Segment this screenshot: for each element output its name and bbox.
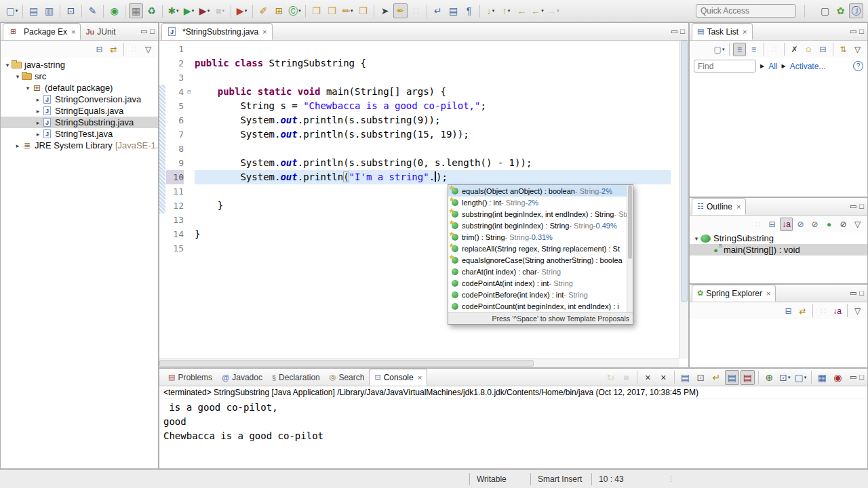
code-line-7[interactable]: 7 System.out.println(s.substring(15, 19)…: [159, 127, 671, 142]
save-all-icon[interactable]: ▥: [42, 3, 56, 18]
expand-arrow-icon[interactable]: ▸: [34, 108, 42, 115]
minimize-icon[interactable]: ▭: [671, 27, 677, 36]
open-dashboard-icon[interactable]: ⊡: [64, 3, 78, 18]
proposal-item[interactable]: ★equals(Object anObject) : boolean - Str…: [448, 185, 633, 197]
maximize-icon[interactable]: □: [859, 27, 864, 36]
synchronize-icon[interactable]: ⇅: [837, 43, 850, 56]
new-java-project-icon[interactable]: ✐: [256, 3, 271, 18]
collapse-arrow-icon[interactable]: ▾: [24, 85, 32, 92]
tab-package-explorer[interactable]: ⊞ Package Ex ×: [3, 23, 81, 40]
tab-javadoc[interactable]: @Javadoc: [217, 369, 267, 386]
remove-launch-icon[interactable]: ×: [641, 370, 655, 385]
tree-item-stringequals-java[interactable]: ▸JStringEquals.java: [1, 105, 158, 117]
scrollbar-thumb[interactable]: [681, 41, 688, 302]
tab-task-list[interactable]: ▤ Task List ×: [692, 23, 753, 40]
search-icon[interactable]: ✏▾: [340, 3, 355, 18]
tree-item-stringsubstring-java[interactable]: ▸JStringSubstring.java: [1, 117, 158, 128]
help-icon[interactable]: ?: [853, 61, 863, 71]
minimize-icon[interactable]: ▭: [850, 27, 856, 36]
display-selected-console-icon[interactable]: ⊡▾: [778, 370, 792, 385]
proposal-item[interactable]: ★substring(int beginIndex) : String - St…: [448, 220, 633, 231]
show-console-on-error-icon[interactable]: ▤: [741, 370, 755, 385]
last-edit-return-icon[interactable]: ↵: [431, 3, 445, 18]
last-edit-location-icon[interactable]: ←: [515, 3, 529, 18]
code-line-1[interactable]: 1: [159, 42, 671, 56]
refresh-icon[interactable]: ⇄: [796, 304, 809, 318]
expand-arrow-icon[interactable]: ▸: [34, 119, 42, 126]
code-line-6[interactable]: 6 System.out.println(s.substring(9));: [159, 113, 671, 127]
previous-annotation-icon[interactable]: ↑▾: [499, 3, 513, 18]
close-icon[interactable]: ×: [262, 28, 267, 36]
expand-arrow-icon[interactable]: ▸: [34, 96, 42, 103]
open-type-icon[interactable]: ❒: [309, 3, 323, 18]
view-menu-icon[interactable]: ▽: [142, 43, 155, 56]
tab-problems[interactable]: ▤Problems: [163, 369, 217, 386]
tree-item-main-string-void[interactable]: ●main(String[]) : void: [690, 244, 867, 256]
link-with-editor-icon[interactable]: ⇄: [107, 43, 120, 56]
tab-declaration[interactable]: §Declaration: [267, 369, 325, 386]
java-ee-view-icon[interactable]: ◉: [831, 370, 845, 385]
run-coverage-icon[interactable]: ▶▾: [197, 3, 212, 18]
show-console-on-output-icon[interactable]: ▤: [725, 370, 739, 385]
coverage-session-view-icon[interactable]: ▦: [815, 370, 829, 385]
hide-fields-icon[interactable]: ⊘: [794, 218, 807, 231]
view-menu-icon[interactable]: ▽: [851, 43, 864, 56]
open-resource-icon[interactable]: ❒: [356, 3, 370, 18]
filter-completed-tasks-icon[interactable]: ✗: [788, 43, 801, 56]
tree-item-default-package[interactable]: ▾⊞(default package): [1, 82, 158, 94]
tree-item-java-string[interactable]: ▾java-string: [1, 59, 158, 70]
new-wizard-icon[interactable]: ▢▾: [5, 3, 19, 18]
open-console-icon[interactable]: ▢▾: [793, 370, 808, 385]
hide-static-members-icon[interactable]: ⊘: [808, 218, 821, 231]
fold-collapse-icon[interactable]: ⊖: [184, 85, 195, 99]
tree-item-stringconversion-java[interactable]: ▸JStringConversion.java: [1, 94, 158, 105]
expand-arrow-icon[interactable]: ▸: [14, 142, 22, 149]
proposal-item[interactable]: codePointCount(int beginIndex, int endIn…: [448, 300, 633, 312]
next-annotation-icon[interactable]: ↓▾: [484, 3, 498, 18]
sort-icon[interactable]: ↓a: [780, 218, 793, 231]
remove-all-terminated-launches-icon[interactable]: ×: [656, 370, 671, 385]
code-line-3[interactable]: 3: [159, 70, 671, 85]
minimize-icon[interactable]: ▭: [140, 27, 147, 36]
debug-icon[interactable]: ✱▾: [166, 3, 180, 18]
maximize-icon[interactable]: □: [859, 202, 864, 211]
collapse-arrow-icon[interactable]: ▾: [692, 235, 701, 242]
collapse-all-icon[interactable]: ⊟: [782, 304, 795, 318]
editor-vertical-scrollbar[interactable]: [679, 41, 688, 359]
maximize-icon[interactable]: □: [859, 373, 864, 382]
collapse-all-icon[interactable]: ⊟: [93, 43, 106, 56]
sort-icon[interactable]: ↓a: [831, 304, 844, 318]
close-icon[interactable]: ×: [736, 203, 741, 211]
close-icon[interactable]: ×: [766, 289, 770, 298]
show-whitespace-icon[interactable]: ¶: [462, 3, 476, 18]
minimize-icon[interactable]: ▭: [850, 373, 856, 382]
scheduled-presentation-icon[interactable]: ≡: [747, 43, 760, 56]
new-class-icon[interactable]: Ⓒ▾: [288, 3, 302, 18]
view-menu-icon[interactable]: ▽: [851, 218, 864, 231]
categorized-presentation-icon[interactable]: ≡: [733, 43, 746, 56]
proposal-item[interactable]: charAt(int index) : char - String: [448, 266, 633, 277]
tab-console[interactable]: ⊡Console×: [369, 369, 427, 386]
java-perspective-icon[interactable]: Ⓙ: [849, 3, 863, 18]
maximize-icon[interactable]: □: [150, 27, 155, 36]
show-type-indicator-icon[interactable]: ➤: [378, 3, 392, 18]
quick-access-input[interactable]: [696, 4, 796, 18]
close-icon[interactable]: ×: [743, 28, 747, 36]
skip-all-breakpoints-icon[interactable]: ✎: [85, 3, 100, 18]
new-package-icon[interactable]: ⊞: [272, 3, 286, 18]
boot-dashboard-icon[interactable]: ◉: [107, 3, 121, 18]
tree-item-src[interactable]: ▾src: [1, 70, 158, 82]
close-icon[interactable]: ×: [418, 373, 422, 382]
scroll-lock-icon[interactable]: ⊡: [694, 370, 708, 385]
code-line-10[interactable]: 10 System.out.println("I'm a string".);: [159, 170, 671, 184]
expand-arrow-icon[interactable]: ▸: [34, 131, 42, 138]
collapse-all-icon[interactable]: ⊟: [766, 218, 778, 231]
run-icon[interactable]: ▶▾: [182, 3, 196, 18]
word-wrap-icon[interactable]: ↵: [709, 370, 724, 385]
collapse-all-icon[interactable]: ⊟: [816, 43, 829, 56]
open-folder-icon[interactable]: ❒: [325, 3, 339, 18]
proposal-item[interactable]: ★equalsIgnoreCase(String anotherString) …: [448, 254, 633, 266]
pin-console-icon[interactable]: ⊕: [762, 370, 776, 385]
focus-on-workweek-icon[interactable]: ☺: [802, 43, 815, 56]
maximize-icon[interactable]: □: [859, 289, 864, 298]
